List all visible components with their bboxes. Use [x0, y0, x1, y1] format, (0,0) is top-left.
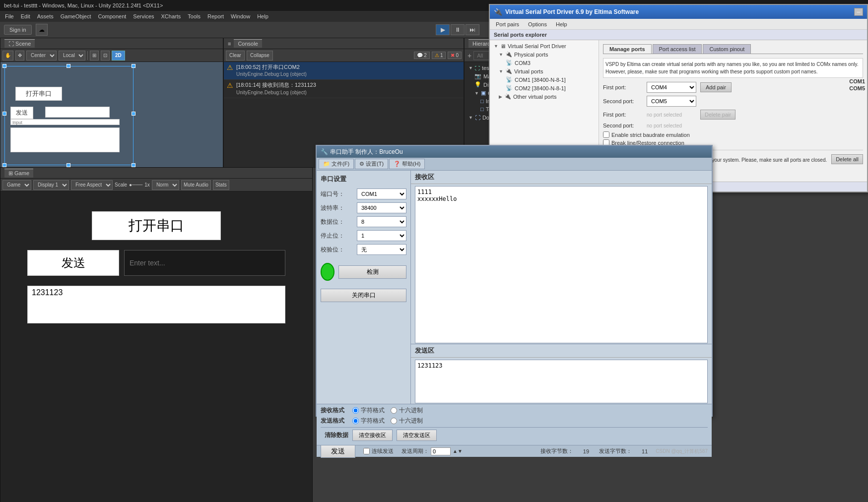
serial-baud-select[interactable]: 38400 9600 115200 — [357, 202, 406, 213]
menu-help[interactable]: Help — [254, 12, 271, 20]
scene-move-tool[interactable]: ✥ — [15, 51, 24, 61]
scene-grid-btn[interactable]: ⊞ — [90, 51, 99, 61]
selection-handle-tr[interactable] — [132, 64, 135, 68]
serial-menu-settings[interactable]: ⚙ 设置(T) — [355, 159, 388, 169]
menu-assets[interactable]: Assets — [34, 12, 57, 20]
serial-period-input[interactable] — [431, 447, 451, 455]
vspd-menu-options[interactable]: Options — [524, 20, 551, 28]
serial-clear-recv-btn[interactable]: 清空接收区 — [352, 430, 393, 441]
game-stats-btn[interactable]: Stats — [213, 180, 229, 190]
selection-handle-br[interactable] — [132, 163, 135, 167]
selection-handle-ml[interactable] — [2, 112, 6, 116]
pause-button[interactable]: ⏸ — [451, 24, 465, 35]
vspd-tab-manage[interactable]: Manage ports — [603, 44, 652, 54]
game-tab[interactable]: ⊞ Game — [4, 169, 33, 178]
vspd-info-text: VSPD by Eltima can create virtual serial… — [603, 58, 863, 78]
game-input-field[interactable]: Enter text... — [124, 250, 285, 276]
serial-close-btn[interactable]: 关闭串口 — [321, 289, 406, 302]
serial-receive-panel: 接收区 1111xxxxxxHello — [411, 171, 712, 344]
scene-local-select[interactable]: Local — [59, 51, 85, 61]
serial-continuous-checkbox[interactable] — [363, 448, 370, 454]
game-mute-btn[interactable]: Mute Audio — [181, 180, 211, 190]
menu-window[interactable]: Window — [228, 12, 253, 20]
serial-menu-help[interactable]: ❓ 帮助(H) — [389, 159, 425, 169]
scene-center-select[interactable]: Center — [26, 51, 57, 61]
console-collapse-btn[interactable]: Collapse — [247, 51, 273, 61]
hierarchy-add-icon[interactable]: + — [467, 52, 471, 60]
serial-parity-select[interactable]: 无 奇 偶 — [357, 244, 406, 255]
vspd-virtual-ports[interactable]: ▼ 🔌 Virtual ports — [492, 67, 597, 75]
serial-byte-counts: 接收字节数： 19 发送字节数： 11 — [540, 447, 648, 455]
signin-button[interactable]: Sign in — [4, 25, 32, 35]
vspd-tree-root[interactable]: ▼ 🖥 Virtual Serial Port Driver — [492, 42, 597, 50]
vspd-com3[interactable]: 📡 COM3 — [492, 59, 597, 67]
vspd-tab-pinout[interactable]: Custom pinout — [703, 44, 751, 54]
selection-handle-tm[interactable] — [67, 64, 70, 68]
console-clear-btn[interactable]: Clear — [226, 51, 245, 61]
selection-handle-bm[interactable] — [67, 163, 70, 167]
vspd-strict-checkbox[interactable] — [603, 131, 609, 138]
selection-handle-mr[interactable] — [132, 112, 135, 116]
game-send-btn[interactable]: 发送 — [27, 250, 119, 276]
console-header: ≡ Console — [224, 38, 464, 49]
vspd-com1[interactable]: 📡 COM1 [38400-N-8-1] — [492, 75, 597, 84]
vspd-second-port-label: Second port: — [603, 98, 643, 104]
vspd-delete-all-btn[interactable]: Delete all — [831, 154, 863, 164]
vspd-add-pair-btn[interactable]: Add pair — [700, 82, 732, 92]
game-display-select[interactable]: Game — [2, 180, 31, 190]
menu-xcharts[interactable]: XCharts — [158, 12, 184, 20]
serial-recv-char-radio[interactable] — [352, 407, 359, 414]
serial-send-char-radio[interactable] — [352, 418, 359, 424]
selection-handle-bl[interactable] — [2, 163, 6, 167]
vspd-delete-pair-btn[interactable]: Delete pair — [700, 110, 735, 120]
vspd-physical-ports[interactable]: ▼ 🔌 Physical ports — [492, 50, 597, 59]
vspd-menu-portpairs[interactable]: Port pairs — [492, 20, 523, 28]
vspd-virtual-expand: ▼ — [499, 69, 503, 74]
serial-transmit-label: 发送区 — [411, 344, 712, 358]
vspd-first-port-select[interactable]: COM4 COM5 — [647, 82, 696, 93]
serial-detect-btn[interactable]: 检测 — [338, 265, 406, 279]
selection-handle-tl[interactable] — [2, 64, 6, 68]
scene-snap-btn[interactable]: ⊡ — [101, 51, 110, 61]
serial-send-hex-radio[interactable] — [391, 418, 397, 424]
scene-2d-btn[interactable]: 2D — [112, 51, 125, 61]
serial-databits-select[interactable]: 8 7 — [357, 216, 406, 227]
menu-tools[interactable]: Tools — [185, 12, 203, 20]
vspd-com2[interactable]: 📡 COM2 [38400-N-8-1] — [492, 84, 597, 92]
vspd-physical-icon: 🔌 — [505, 51, 512, 58]
game-open-serial-btn[interactable]: 打开串口 — [92, 211, 221, 240]
scene-hand-tool[interactable]: ✋ — [2, 51, 13, 61]
scene-tab[interactable]: ⛶ Scene — [4, 39, 35, 48]
menu-report[interactable]: Report — [204, 12, 227, 20]
console-entry-0[interactable]: ⚠ [18:00:52] 打开串口COM2 UnityEngine.Debug:… — [224, 62, 464, 80]
menu-gameobject[interactable]: GameObject — [58, 12, 94, 20]
game-aspect-select[interactable]: Free Aspect — [71, 180, 113, 190]
vspd-minimize-btn[interactable]: ─ — [854, 8, 863, 16]
serial-port-select[interactable]: COM1 COM2 — [357, 188, 406, 199]
serial-menu-file[interactable]: 📁 文件(F) — [319, 159, 354, 169]
game-panel: ⊞ Game Game Display 1 Free Aspect Scale … — [0, 167, 313, 502]
vspd-second-port-select[interactable]: COM5 COM4 — [647, 96, 696, 107]
play-button[interactable]: ▶ — [436, 24, 450, 35]
vspd-menu-help[interactable]: Help — [552, 20, 571, 28]
game-norm-select[interactable]: Norm — [152, 180, 179, 190]
console-tab[interactable]: Console — [234, 39, 262, 48]
console-entry-1[interactable]: ⚠ [18:01:14] 接收到消息：1231123 UnityEngine.D… — [224, 80, 464, 98]
serial-stopbits-select[interactable]: 1 2 — [357, 230, 406, 241]
serial-indicator-row: 检测 — [321, 260, 406, 284]
menu-services[interactable]: Services — [130, 12, 157, 20]
serial-recv-hex-radio[interactable] — [391, 407, 397, 414]
serial-receive-content: 1111xxxxxxHello — [415, 186, 708, 343]
vspd-tab-access[interactable]: Port access list — [653, 44, 702, 54]
menu-edit[interactable]: Edit — [18, 12, 33, 20]
menu-file[interactable]: File — [2, 12, 17, 20]
vspd-title-text: Virtual Serial Port Driver 6.9 by Eltima… — [505, 8, 639, 15]
serial-clear-send-btn[interactable]: 清空发送区 — [397, 430, 437, 441]
vspd-other-ports[interactable]: ▶ 🔌 Other virtual ports — [492, 92, 597, 101]
vspd-physical-expand: ▼ — [499, 52, 503, 57]
menu-component[interactable]: Component — [95, 12, 129, 20]
step-button[interactable]: ⏭ — [466, 24, 479, 35]
cloud-button[interactable]: ☁ — [36, 24, 48, 36]
serial-main-send-btn[interactable]: 发送 — [321, 445, 355, 458]
game-display1-select[interactable]: Display 1 — [33, 180, 69, 190]
